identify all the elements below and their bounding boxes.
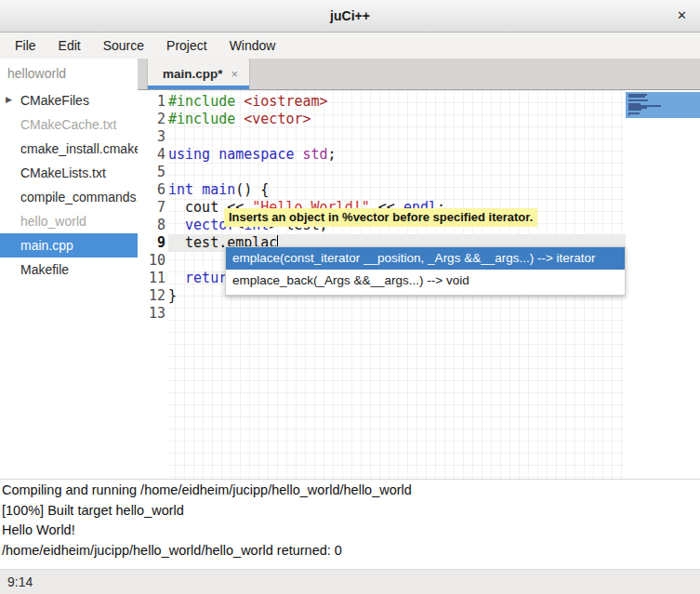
close-icon[interactable]: ✕	[677, 8, 687, 22]
tab-bar: main.cpp* ×	[138, 59, 700, 90]
code-line-6: int main() {	[168, 181, 445, 199]
token-plain	[235, 111, 244, 127]
token-plain	[193, 181, 202, 198]
file-tree-list: ▶CMakeFilesCMakeCache.txtcmake_install.c…	[0, 88, 138, 282]
line-number: 4	[138, 146, 165, 164]
line-number: 6	[138, 181, 165, 199]
tree-item-label: main.cpp	[20, 238, 73, 253]
code-line-4: using namespace std;	[168, 146, 445, 164]
line-number: 5	[138, 164, 165, 181]
source-map-line	[628, 109, 641, 111]
status-bar: 9:14	[0, 569, 700, 594]
app-window: juCi++ ✕ FileEditSourceProjectWindow hel…	[0, 0, 700, 594]
doc-tooltip: Inserts an object in %vector before spec…	[224, 208, 537, 227]
tab-main-cpp[interactable]: main.cpp* ×	[147, 59, 250, 89]
token-pp: #include	[168, 93, 235, 110]
completion-item[interactable]: emplace_back(_Args &&__args...) --> void	[226, 270, 625, 292]
line-number: 13	[138, 305, 165, 323]
source-map-visible-region[interactable]	[626, 92, 700, 118]
output-line: [100%] Built target hello_world	[2, 501, 700, 521]
line-number: 8	[138, 217, 165, 234]
source-map-line	[628, 96, 645, 98]
line-number: 2	[138, 111, 165, 128]
token-kw: namespace	[218, 146, 294, 163]
tree-item-cmakefiles[interactable]: ▶CMakeFiles	[0, 88, 138, 112]
code-line-3	[168, 128, 445, 146]
source-map[interactable]	[626, 90, 700, 479]
line-number: 10	[138, 252, 165, 270]
tree-item-label: CMakeFiles	[20, 93, 89, 108]
window-title: juCi++	[330, 8, 370, 23]
code-line-13	[168, 305, 445, 323]
expander-icon[interactable]: ▶	[6, 95, 12, 104]
completion-item[interactable]: emplace(const_iterator __position, _Args…	[226, 247, 625, 270]
line-number: 1	[138, 93, 165, 111]
line-number: 3	[138, 128, 165, 146]
menu-project[interactable]: Project	[155, 33, 218, 58]
cursor-position-indicator: 9:14	[7, 574, 33, 589]
code-line-1: #include <iostream>	[168, 93, 445, 111]
menu-window[interactable]: Window	[218, 33, 287, 58]
line-number: 11	[138, 270, 165, 287]
tree-item-cmakelists-txt[interactable]: CMakeLists.txt	[0, 161, 138, 185]
source-map-line	[628, 112, 640, 114]
menu-source[interactable]: Source	[92, 33, 155, 58]
title-bar: juCi++ ✕	[0, 0, 700, 33]
token-pp: #include	[168, 111, 235, 127]
output-line: Compiling and running /home/eidheim/juci…	[2, 481, 700, 501]
source-map-line	[628, 99, 648, 101]
line-number: 9	[138, 234, 165, 252]
tree-item-label: compile_commands.	[20, 190, 138, 205]
tab-close-icon[interactable]: ×	[231, 67, 239, 81]
output-line: Hello World!	[2, 521, 700, 541]
tree-item-hello-world[interactable]: hello_world	[0, 209, 138, 233]
tree-item-label: hello_world	[20, 214, 86, 229]
token-plain	[210, 146, 218, 163]
editor-pane: main.cpp* × 12345678910111213 #include <…	[138, 59, 700, 479]
token-inc: <iostream>	[244, 93, 327, 110]
file-tree-panel[interactable]: helloworld ▶CMakeFilesCMakeCache.txtcmak…	[0, 59, 139, 479]
token-inc: <vector>	[244, 111, 310, 127]
menu-file[interactable]: File	[4, 33, 47, 58]
tab-label: main.cpp*	[163, 67, 223, 81]
terminal-output-panel[interactable]: Compiling and running /home/eidheim/juci…	[0, 479, 700, 569]
source-map-line	[628, 114, 629, 116]
terminal-output-lines: Compiling and running /home/eidheim/juci…	[2, 481, 700, 561]
line-number: 7	[138, 199, 165, 217]
token-ns: std	[303, 146, 328, 163]
token-plain: () {	[235, 181, 269, 198]
menu-bar: FileEditSourceProjectWindow	[0, 33, 700, 59]
tree-item-label: CMakeLists.txt	[20, 165, 106, 180]
tree-item-makefile[interactable]: Makefile	[0, 257, 138, 282]
code-line-2: #include <vector>	[168, 111, 445, 128]
tree-item-label: Makefile	[20, 262, 69, 277]
output-line: /home/eidheim/jucipp/hello_world/hello_w…	[2, 541, 700, 561]
tree-item-cmakecache-txt[interactable]: CMakeCache.txt	[0, 112, 138, 137]
token-plain: }	[168, 287, 177, 304]
token-kw: int	[168, 181, 193, 198]
code-line-5	[168, 164, 445, 181]
tree-item-cmake-install-cmake[interactable]: cmake_install.cmake	[0, 137, 138, 161]
tree-item-label: CMakeCache.txt	[20, 117, 116, 132]
token-kw: main	[202, 181, 235, 198]
line-number: 12	[138, 287, 165, 305]
token-plain	[168, 217, 185, 233]
token-plain	[168, 270, 185, 286]
tree-item-compile-commands-[interactable]: compile_commands.	[0, 185, 138, 209]
token-plain	[294, 146, 302, 163]
tree-item-label: cmake_install.cmake	[20, 141, 138, 156]
line-number-gutter: 12345678910111213	[138, 90, 168, 479]
active-tab-indicator	[148, 86, 249, 89]
tree-item-main-cpp[interactable]: main.cpp	[0, 233, 138, 257]
token-plain: ;	[328, 146, 337, 163]
token-kw: using	[168, 146, 210, 163]
autocomplete-popup: emplace(const_iterator __position, _Args…	[225, 246, 626, 296]
menu-edit[interactable]: Edit	[47, 33, 92, 58]
token-plain	[235, 93, 244, 110]
project-folder-label: helloworld	[0, 59, 138, 88]
